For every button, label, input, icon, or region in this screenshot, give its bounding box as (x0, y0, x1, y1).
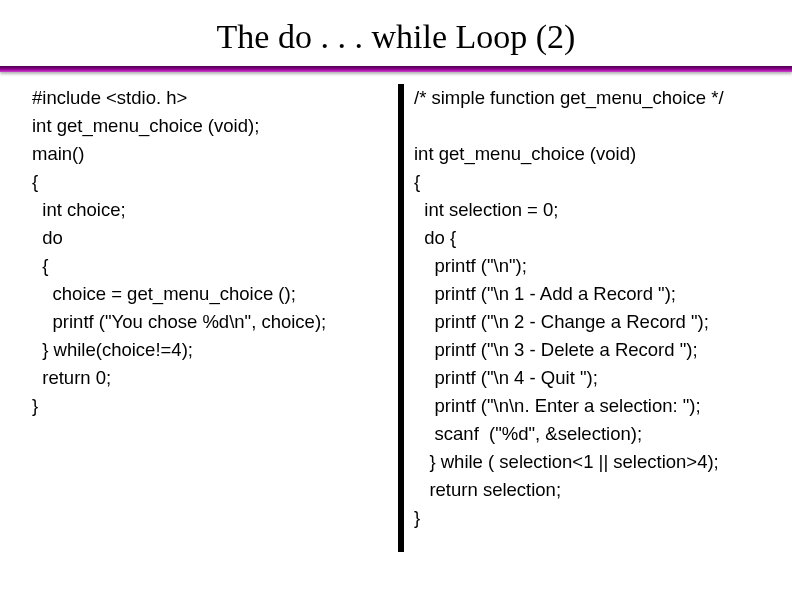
code-line: do { (414, 224, 764, 252)
code-line: int get_menu_choice (void); (32, 112, 392, 140)
code-line: } (32, 392, 392, 420)
code-line: { (32, 252, 392, 280)
code-line: } while ( selection<1 || selection>4); (414, 448, 764, 476)
code-line: printf ("You chose %d\n", choice); (32, 308, 392, 336)
code-line: /* simple function get_menu_choice */ (414, 84, 764, 112)
code-line: printf ("\n 3 - Delete a Record "); (414, 336, 764, 364)
code-line: printf ("\n"); (414, 252, 764, 280)
right-code-column: /* simple function get_menu_choice */ in… (414, 84, 764, 552)
code-line: int selection = 0; (414, 196, 764, 224)
code-line (414, 112, 764, 140)
code-line: return selection; (414, 476, 764, 504)
code-line: } (414, 504, 764, 532)
code-line: int choice; (32, 196, 392, 224)
code-line: scanf ("%d", &selection); (414, 420, 764, 448)
code-line: } while(choice!=4); (32, 336, 392, 364)
code-line: #include <stdio. h> (32, 84, 392, 112)
content-area: #include <stdio. h>int get_menu_choice (… (0, 72, 792, 552)
slide-title: The do . . . while Loop (2) (0, 0, 792, 66)
code-line: choice = get_menu_choice (); (32, 280, 392, 308)
code-line: int get_menu_choice (void) (414, 140, 764, 168)
code-line: printf ("\n 2 - Change a Record "); (414, 308, 764, 336)
left-code-column: #include <stdio. h>int get_menu_choice (… (32, 84, 392, 552)
code-line: printf ("\n 1 - Add a Record "); (414, 280, 764, 308)
code-line: main() (32, 140, 392, 168)
code-line: { (414, 168, 764, 196)
code-line: return 0; (32, 364, 392, 392)
code-line: printf ("\n\n. Enter a selection: "); (414, 392, 764, 420)
vertical-separator (398, 84, 404, 552)
code-line: do (32, 224, 392, 252)
code-line: { (32, 168, 392, 196)
code-line: printf ("\n 4 - Quit "); (414, 364, 764, 392)
